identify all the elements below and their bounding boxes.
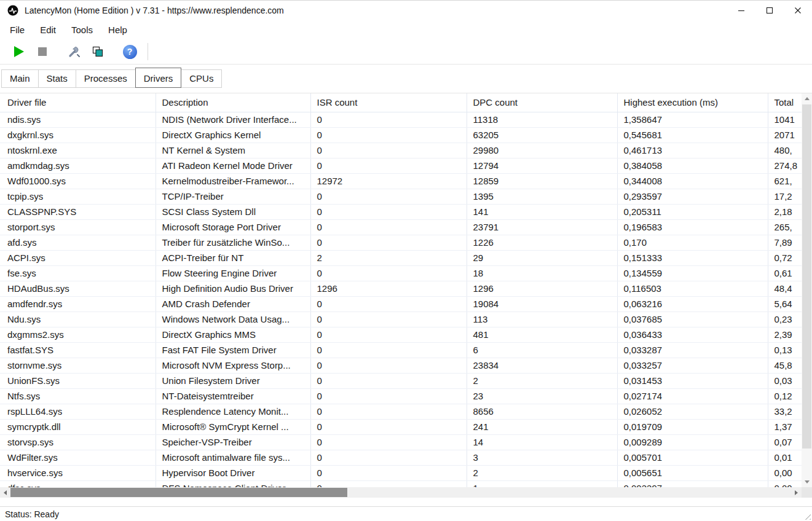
table-cell: 241 bbox=[467, 419, 617, 434]
table-cell: SCSI Class System Dll bbox=[156, 204, 310, 219]
table-row[interactable]: dxgkrnl.sysDirectX Graphics Kernel063205… bbox=[0, 127, 802, 143]
scroll-left-arrow[interactable] bbox=[0, 487, 10, 498]
table-row[interactable]: fse.sysFlow Steering Engine Driver0180,1… bbox=[0, 265, 802, 281]
table-row[interactable]: amdkmdag.sysATI Radeon Kernel Mode Drive… bbox=[0, 158, 802, 173]
table-cell: fastfat.SYS bbox=[0, 342, 156, 358]
table-cell: 2,18 bbox=[768, 204, 802, 219]
tab-cpus[interactable]: CPUs bbox=[181, 69, 222, 88]
table-cell: Union Filesystem Driver bbox=[156, 373, 310, 388]
copy-report-button[interactable] bbox=[86, 42, 109, 61]
table-cell: 0 bbox=[310, 388, 467, 404]
table-cell: dxgkrnl.sys bbox=[0, 127, 156, 143]
table-cell: 621, bbox=[768, 173, 802, 189]
table-row[interactable]: hvservice.sysHypervisor Boot Driver020,0… bbox=[0, 465, 802, 480]
table-cell: 2071 bbox=[768, 127, 802, 143]
column-header[interactable]: ISR count bbox=[310, 93, 467, 112]
left-arrow-icon bbox=[4, 490, 7, 495]
menu-help[interactable]: Help bbox=[107, 23, 128, 36]
menu-tools[interactable]: Tools bbox=[70, 23, 94, 36]
table-cell: NDIS (Network Driver Interface... bbox=[156, 112, 310, 127]
vertical-scroll-thumb[interactable] bbox=[802, 104, 811, 449]
column-header[interactable]: Driver file bbox=[0, 93, 156, 112]
table-cell: 18 bbox=[467, 265, 617, 281]
table-cell: 0,461713 bbox=[617, 143, 768, 158]
titlebar: LatencyMon (Home Edition ) v 7.31 - http… bbox=[0, 1, 812, 20]
table-cell: 0,151333 bbox=[617, 250, 768, 265]
table-cell: TCP/IP-Treiber bbox=[156, 189, 310, 204]
table-row[interactable]: symcryptk.dllMicrosoft® SymCrypt Kernel … bbox=[0, 419, 802, 434]
tab-main[interactable]: Main bbox=[1, 69, 39, 88]
table-cell: 0,23 bbox=[768, 311, 802, 327]
column-header[interactable]: Total bbox=[768, 93, 802, 112]
resize-grip[interactable] bbox=[802, 511, 811, 520]
table-cell: 33,2 bbox=[768, 404, 802, 419]
table-cell: Flow Steering Engine Driver bbox=[156, 265, 310, 281]
table-cell: 0,12 bbox=[768, 388, 802, 404]
table-row[interactable]: UnionFS.sysUnion Filesystem Driver020,03… bbox=[0, 373, 802, 388]
table-cell: 0 bbox=[310, 419, 467, 434]
driver-table-body: ndis.sysNDIS (Network Driver Interface..… bbox=[0, 112, 802, 487]
table-cell: Fast FAT File System Driver bbox=[156, 342, 310, 358]
table-row[interactable]: Wdf01000.sysKernelmodustreiber-Framewor.… bbox=[0, 173, 802, 189]
table-row[interactable]: tcpip.sysTCP/IP-Treiber013950,29359717,2 bbox=[0, 189, 802, 204]
table-cell: Resplendence Latency Monit... bbox=[156, 404, 310, 419]
tab-drivers[interactable]: Drivers bbox=[135, 68, 182, 88]
table-row[interactable]: ndis.sysNDIS (Network Driver Interface..… bbox=[0, 112, 802, 127]
table-cell: CLASSPNP.SYS bbox=[0, 204, 156, 219]
horizontal-scrollbar[interactable] bbox=[0, 487, 802, 498]
table-cell: 7,89 bbox=[768, 235, 802, 250]
table-row[interactable]: storport.sysMicrosoft Storage Port Drive… bbox=[0, 219, 802, 235]
stop-monitor-button[interactable] bbox=[31, 42, 54, 61]
table-cell: 0,13 bbox=[768, 342, 802, 358]
table-cell: 0 bbox=[310, 189, 467, 204]
table-row[interactable]: CLASSPNP.SYSSCSI Class System Dll01410,2… bbox=[0, 204, 802, 219]
vertical-scrollbar[interactable] bbox=[802, 93, 812, 487]
table-cell: dxgmms2.sys bbox=[0, 327, 156, 342]
options-button[interactable] bbox=[63, 42, 86, 61]
table-cell: hvservice.sys bbox=[0, 465, 156, 480]
table-row[interactable]: fastfat.SYSFast FAT File System Driver06… bbox=[0, 342, 802, 358]
table-cell: NT-Dateisystemtreiber bbox=[156, 388, 310, 404]
table-cell: 1 bbox=[467, 480, 617, 487]
scroll-down-arrow[interactable] bbox=[802, 477, 812, 487]
table-cell: 0,027174 bbox=[617, 388, 768, 404]
table-row[interactable]: dxgmms2.sysDirectX Graphics MMS04810,036… bbox=[0, 327, 802, 342]
table-row[interactable]: dfsc.sysDFS Namespace Client Driver010,0… bbox=[0, 480, 802, 487]
table-cell: 2,39 bbox=[768, 327, 802, 342]
column-header[interactable]: DPC count bbox=[467, 93, 617, 112]
table-cell: 0,03 bbox=[768, 373, 802, 388]
tab-stats[interactable]: Stats bbox=[38, 69, 76, 88]
table-row[interactable]: ACPI.sysACPI-Treiber für NT2290,1513330,… bbox=[0, 250, 802, 265]
maximize-button[interactable] bbox=[755, 1, 784, 20]
table-row[interactable]: afd.sysTreiber für zusätzliche WinSo...0… bbox=[0, 235, 802, 250]
table-cell: 0,005701 bbox=[617, 450, 768, 465]
table-cell: Speicher-VSP-Treiber bbox=[156, 434, 310, 450]
table-cell: Microsoft antimalware file sys... bbox=[156, 450, 310, 465]
help-button[interactable]: ? bbox=[118, 42, 141, 61]
menu-edit[interactable]: Edit bbox=[39, 23, 57, 36]
table-row[interactable]: WdFilter.sysMicrosoft antimalware file s… bbox=[0, 450, 802, 465]
table-row[interactable]: Ndu.sysWindows Network Data Usag...01130… bbox=[0, 311, 802, 327]
close-button[interactable] bbox=[784, 1, 812, 20]
scroll-up-arrow[interactable] bbox=[802, 93, 812, 104]
start-monitor-button[interactable] bbox=[7, 42, 31, 61]
table-row[interactable]: Ntfs.sysNT-Dateisystemtreiber0230,027174… bbox=[0, 388, 802, 404]
table-cell: 2 bbox=[467, 465, 617, 480]
table-row[interactable]: HDAudBus.sysHigh Definition Audio Bus Dr… bbox=[0, 281, 802, 296]
tab-processes[interactable]: Processes bbox=[76, 69, 136, 88]
table-row[interactable]: amdfendr.sysAMD Crash Defender0190840,06… bbox=[0, 296, 802, 311]
table-cell: 23834 bbox=[467, 358, 617, 373]
scroll-right-arrow[interactable] bbox=[791, 487, 802, 498]
column-header[interactable]: Highest execution (ms) bbox=[617, 93, 768, 112]
table-row[interactable]: rspLLL64.sysResplendence Latency Monit..… bbox=[0, 404, 802, 419]
table-row[interactable]: stornvme.sysMicrosoft NVM Express Storp.… bbox=[0, 358, 802, 373]
table-row[interactable]: storvsp.sysSpeicher-VSP-Treiber0140,0092… bbox=[0, 434, 802, 450]
minimize-button[interactable] bbox=[727, 1, 755, 20]
table-row[interactable]: ntoskrnl.exeNT Kernel & System0299800,46… bbox=[0, 143, 802, 158]
menu-file[interactable]: File bbox=[9, 23, 26, 36]
column-header[interactable]: Description bbox=[156, 93, 310, 112]
table-cell: 141 bbox=[467, 204, 617, 219]
table-cell: 0 bbox=[310, 296, 467, 311]
horizontal-scroll-thumb[interactable] bbox=[10, 488, 347, 497]
table-cell: Windows Network Data Usag... bbox=[156, 311, 310, 327]
